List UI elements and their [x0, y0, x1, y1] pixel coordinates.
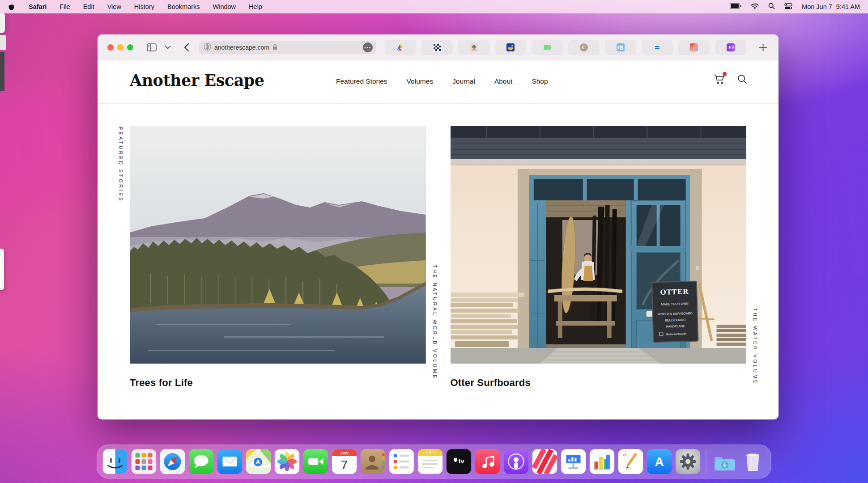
address-bar[interactable]: anotherescape.com ··· [199, 41, 376, 54]
dock-maps[interactable] [246, 449, 271, 474]
background-window-sliver [0, 13, 5, 33]
featured-card-trees-for-life: FEATURED STORIES THE NATURAL WORLD VOLUM… [130, 126, 426, 389]
svg-text:B: B [620, 45, 624, 51]
dock-system-preferences[interactable] [676, 449, 701, 474]
menu-item-window[interactable]: Window [213, 3, 236, 10]
cactus-favicon[interactable] [458, 40, 489, 55]
origami-bird-favicon[interactable] [385, 40, 416, 55]
dock-messages[interactable] [189, 449, 214, 474]
card-title-trees-for-life[interactable]: Trees for Life [130, 377, 426, 389]
dock-app-store[interactable]: A [647, 449, 672, 474]
close-button[interactable] [107, 44, 114, 51]
clock-time: 9:41 AM [836, 3, 860, 10]
bowl-favicon[interactable] [495, 40, 526, 55]
card-title-otter-surfboards[interactable]: Otter Surfboards [451, 377, 747, 389]
battery-icon[interactable] [730, 3, 741, 10]
menu-bar-clock[interactable]: Mon Jun 7 9:41 AM [802, 3, 860, 10]
nav-featured-stories[interactable]: Featured Stories [336, 77, 387, 85]
background-window-scrollbar [0, 249, 4, 290]
featured-card-otter-surfboards: THE WATER VOLUME [451, 126, 747, 389]
checkerboard-favicon[interactable] [421, 40, 453, 55]
b-favicon[interactable]: B [605, 40, 636, 55]
door-number: 6 [696, 265, 699, 271]
menu-item-view[interactable]: View [107, 3, 121, 10]
minimize-button[interactable] [117, 44, 123, 51]
zoom-button[interactable] [127, 44, 133, 51]
otter-surfboards-photo[interactable]: 6 OTTER MAKE YOUR OWN WOODEN SURFBOARD B… [451, 126, 747, 364]
nav-journal[interactable]: Journal [452, 77, 475, 85]
svg-text:A: A [655, 455, 664, 469]
cart-badge [723, 72, 727, 76]
dock-downloads-folder[interactable] [712, 449, 737, 474]
more-options-icon[interactable]: ··· [363, 42, 373, 52]
safari-window: anotherescape.com ··· [98, 34, 779, 419]
dock-safari[interactable] [160, 449, 185, 474]
favorites-bar: C B [385, 40, 746, 55]
green-favicon[interactable] [532, 40, 563, 55]
dock-news[interactable] [532, 449, 557, 474]
dock-tv[interactable]: tv [447, 449, 472, 474]
svg-text:@ottersurfboards: @ottersurfboards [665, 332, 686, 335]
dock-facetime[interactable] [303, 449, 328, 474]
svg-text:OTTER: OTTER [660, 288, 689, 297]
dock-podcasts[interactable] [504, 449, 529, 474]
water-volume-label: THE WATER VOLUME [753, 308, 758, 385]
menu-bar: Safari File Edit View History Bookmarks … [0, 0, 868, 13]
menu-item-safari[interactable]: Safari [29, 3, 47, 10]
svg-text:JUN: JUN [340, 451, 348, 455]
background-window-sliver [0, 52, 4, 91]
control-center-icon[interactable] [784, 3, 792, 11]
dock-divider [706, 449, 706, 474]
wifi-icon[interactable] [751, 3, 759, 11]
apple-menu-icon[interactable] [8, 3, 15, 11]
dock-photos[interactable] [275, 449, 300, 474]
dock-contacts[interactable] [361, 449, 386, 474]
equals-favicon[interactable] [642, 40, 673, 55]
dock-launchpad[interactable] [132, 449, 157, 474]
cart-icon[interactable] [714, 74, 725, 86]
trees-for-life-photo[interactable] [130, 126, 426, 364]
spotlight-search-icon[interactable] [768, 3, 775, 11]
chevron-down-icon[interactable] [163, 41, 173, 54]
dock-notes[interactable] [418, 449, 443, 474]
menu-item-edit[interactable]: Edit [83, 3, 94, 10]
sidebar-icon[interactable] [145, 41, 158, 54]
dock-numbers[interactable] [590, 449, 615, 474]
new-tab-icon[interactable] [756, 41, 770, 54]
site-nav: Featured Stories Volumes Journal About S… [336, 77, 548, 85]
dock-mail[interactable] [217, 449, 243, 474]
dock-trash[interactable] [740, 449, 766, 474]
background-window-sliver [0, 35, 6, 50]
dock-music[interactable] [475, 449, 500, 474]
svg-text:BELLYBOARD: BELLYBOARD [664, 318, 685, 322]
svg-text:HANDPLANE: HANDPLANE [666, 324, 685, 328]
media-favicon[interactable] [715, 40, 746, 55]
natural-world-volume-label: THE NATURAL WORLD VOLUME [432, 265, 438, 380]
site-logo[interactable]: Another Escape [130, 71, 264, 89]
desktop: Safari File Edit View History Bookmarks … [0, 0, 868, 483]
gradient-favicon[interactable] [678, 40, 710, 55]
menu-item-file[interactable]: File [60, 3, 70, 10]
dock-finder[interactable] [103, 449, 128, 474]
nav-volumes[interactable]: Volumes [407, 77, 433, 85]
back-icon[interactable] [181, 41, 192, 54]
dock-reminders[interactable] [389, 449, 414, 474]
menu-item-history[interactable]: History [134, 3, 154, 10]
svg-text:tv: tv [459, 457, 465, 465]
section-divider [130, 414, 746, 414]
c-favicon[interactable]: C [568, 40, 600, 55]
clock-date: Mon Jun 7 [802, 3, 832, 10]
svg-text:7: 7 [341, 458, 348, 472]
menu-item-bookmarks[interactable]: Bookmarks [167, 3, 200, 10]
svg-text:“: “ [623, 452, 627, 462]
dock-keynote[interactable] [561, 449, 586, 474]
featured-stories-label: FEATURED STORIES [118, 127, 123, 203]
menu-item-help[interactable]: Help [249, 3, 262, 10]
svg-text:C: C [582, 44, 586, 51]
dock-calendar[interactable]: JUN7 [332, 449, 357, 474]
nav-shop[interactable]: Shop [532, 77, 548, 85]
search-icon[interactable] [737, 74, 747, 86]
dock-pages[interactable]: “ [618, 449, 643, 474]
site-leaf-icon [204, 43, 211, 52]
nav-about[interactable]: About [494, 77, 513, 85]
